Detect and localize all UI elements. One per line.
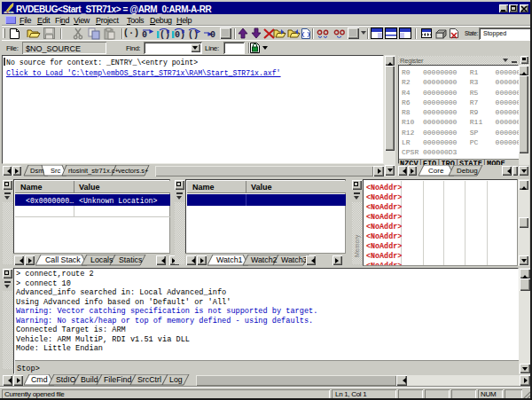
svg-text:StdIO: StdIO	[56, 375, 76, 384]
svg-text:Watch1: Watch1	[216, 255, 243, 264]
svg-text:Call Stack: Call Stack	[45, 255, 81, 264]
svg-text:Log: Log	[169, 375, 183, 384]
svg-text:Locals: Locals	[90, 255, 113, 264]
svg-text:Debug: Debug	[457, 167, 478, 175]
svg-text:Src: Src	[51, 167, 61, 175]
svg-text:Watch2: Watch2	[251, 255, 278, 264]
svg-text:Watch3: Watch3	[281, 255, 308, 264]
svg-text:0: 0	[210, 30, 215, 39]
svg-text:SrcCtrl: SrcCtrl	[137, 375, 161, 384]
svg-text:0: 0	[142, 30, 147, 39]
svg-text:Statics: Statics	[119, 255, 143, 264]
svg-text:Dsm: Dsm	[30, 167, 43, 175]
svg-text:Build: Build	[81, 375, 98, 384]
svg-text:rtosinit_str71x.c+: rtosinit_str71x.c+	[68, 167, 120, 175]
svg-text:FileFind: FileFind	[104, 375, 131, 384]
svg-text:vectors.s+: vectors.s+	[118, 167, 149, 175]
svg-text:Cmd: Cmd	[31, 375, 48, 384]
svg-text:Core: Core	[428, 167, 444, 175]
